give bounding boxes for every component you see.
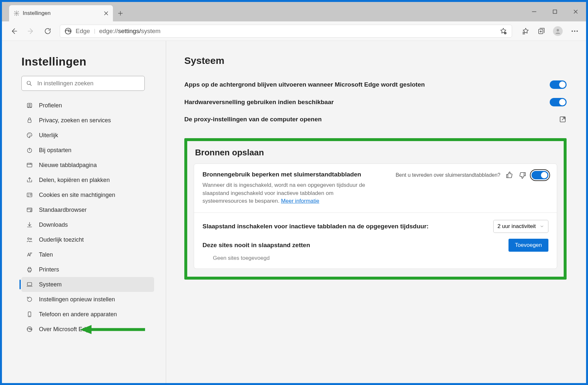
toolbar: Edge | edge://settings/system <box>2 21 586 41</box>
back-button[interactable] <box>9 26 19 36</box>
chevron-down-icon <box>540 224 544 229</box>
save-resources-heading: Bronnen opslaan <box>195 148 557 158</box>
settings-search-input[interactable] <box>37 80 140 87</box>
sidebar-nav: Profielen Privacy, zoeken en services Ui… <box>21 98 154 337</box>
gear-icon <box>14 10 19 16</box>
lock-icon <box>26 117 33 124</box>
more-menu-button[interactable] <box>570 27 579 35</box>
setting-row-background-apps: Apps op de achtergrond blijven uitvoeren… <box>184 76 567 93</box>
sidebar-item-about[interactable]: Over Microsoft Edge <box>21 322 154 337</box>
download-icon <box>26 221 33 228</box>
minimize-button[interactable] <box>524 2 545 21</box>
main-heading: Systeem <box>184 55 567 66</box>
sidebar-heading: Instellingen <box>21 55 154 68</box>
profile-icon <box>26 102 33 109</box>
svg-rect-18 <box>27 193 32 197</box>
svg-point-11 <box>29 104 31 106</box>
laptop-icon <box>26 281 33 288</box>
tab-title: Instellingen <box>23 10 101 17</box>
tab-settings[interactable]: Instellingen <box>9 5 113 21</box>
svg-point-6 <box>571 30 573 32</box>
svg-point-14 <box>29 134 30 134</box>
reading-list-icon[interactable] <box>499 27 507 35</box>
sidebar-item-startup[interactable]: Bij opstarten <box>21 143 154 158</box>
window-controls <box>524 2 586 21</box>
svg-point-8 <box>577 30 578 32</box>
svg-rect-24 <box>27 283 31 285</box>
svg-point-21 <box>28 238 29 239</box>
favorites-icon[interactable] <box>522 27 530 35</box>
thumbs-up-icon[interactable] <box>506 171 513 179</box>
phone-icon <box>26 311 33 318</box>
tab-close-button[interactable] <box>104 11 108 16</box>
sidebar-item-phone[interactable]: Telefoon en andere apparaten <box>21 307 154 322</box>
palette-icon <box>26 132 33 139</box>
collections-icon[interactable] <box>537 27 545 35</box>
toggle-sleeping-tabs[interactable] <box>532 171 548 179</box>
new-tab-icon <box>26 162 33 169</box>
forward-button[interactable] <box>26 26 36 36</box>
power-icon <box>26 147 33 154</box>
svg-point-7 <box>574 30 575 32</box>
sidebar-item-default-browser[interactable]: Standaardbrowser <box>21 202 154 217</box>
learn-more-link[interactable]: Meer informatie <box>281 198 319 204</box>
feedback-prompt: Bent u tevreden over sluimerstandtabblad… <box>396 172 500 178</box>
sidebar-item-reset[interactable]: Instellingen opnieuw instellen <box>21 292 154 307</box>
sleeping-tabs-title: Bronnengebruik beperken met sluimerstand… <box>202 171 378 178</box>
toolbar-actions <box>522 26 579 36</box>
sleeping-tabs-desc: Wanneer dit is ingeschakeld, wordt na ee… <box>202 181 371 205</box>
browser-window: Instellingen Edge | edge <box>2 2 586 383</box>
svg-rect-1 <box>553 10 557 14</box>
family-icon <box>26 236 33 243</box>
url-brand: Edge <box>76 28 90 35</box>
settings-search[interactable] <box>21 76 145 91</box>
sleep-duration-dropdown[interactable]: 2 uur inactiviteit <box>493 220 548 233</box>
sidebar-item-downloads[interactable]: Downloads <box>21 217 154 232</box>
url-text: edge://settings/system <box>99 28 161 35</box>
add-site-button[interactable]: Toevoegen <box>508 239 548 252</box>
content: Instellingen Profielen Privacy, zoeken e… <box>2 41 586 383</box>
setting-row-hw-accel: Hardwareversnelling gebruiken indien bes… <box>184 93 567 111</box>
svg-point-20 <box>31 210 32 212</box>
edge-icon <box>26 326 33 333</box>
never-sleep-label: Deze sites nooit in slaapstand zetten <box>202 242 310 249</box>
sidebar-item-printers[interactable]: Printers <box>21 262 154 277</box>
maximize-button[interactable] <box>545 2 565 21</box>
svg-point-15 <box>31 135 31 135</box>
svg-point-5 <box>557 29 559 31</box>
sidebar-item-profiles[interactable]: Profielen <box>21 98 154 113</box>
annotation-highlight: Bronnen opslaan Bronnengebruik beperken … <box>184 138 567 280</box>
svg-rect-23 <box>28 269 31 271</box>
address-bar[interactable]: Edge | edge://settings/system <box>60 25 512 38</box>
titlebar: Instellingen <box>2 2 586 21</box>
svg-point-0 <box>16 13 18 14</box>
svg-rect-12 <box>28 120 31 122</box>
svg-point-13 <box>28 135 29 135</box>
sidebar-item-languages[interactable]: Talen <box>21 247 154 262</box>
open-external-icon <box>559 115 567 123</box>
reset-icon <box>26 296 33 303</box>
close-button[interactable] <box>565 2 586 21</box>
window-icon <box>26 206 33 213</box>
sidebar-item-family[interactable]: Ouderlijk toezicht <box>21 232 154 247</box>
svg-rect-19 <box>27 208 32 212</box>
sidebar-item-appearance[interactable]: Uiterlijk <box>21 128 154 143</box>
refresh-button[interactable] <box>43 26 53 36</box>
search-icon <box>26 80 32 86</box>
toggle-background-apps[interactable] <box>550 80 567 89</box>
sidebar-item-privacy[interactable]: Privacy, zoeken en services <box>21 113 154 128</box>
profile-avatar[interactable] <box>553 26 563 36</box>
sidebar: Instellingen Profielen Privacy, zoeken e… <box>2 41 166 383</box>
thumbs-down-icon[interactable] <box>519 171 526 179</box>
printer-icon <box>26 266 33 273</box>
sidebar-item-cookies[interactable]: Cookies en site machtigingen <box>21 187 154 202</box>
new-tab-button[interactable] <box>117 5 123 21</box>
svg-rect-17 <box>27 163 32 167</box>
sidebar-item-newtab[interactable]: Nieuwe tabbladpagina <box>21 158 154 173</box>
language-icon <box>26 251 33 258</box>
sidebar-item-share[interactable]: Delen, kopiëren en plakken <box>21 173 154 187</box>
setting-row-proxy[interactable]: De proxy-instellingen van de computer op… <box>184 111 567 128</box>
toggle-hw-accel[interactable] <box>550 98 567 106</box>
sidebar-item-system[interactable]: Systeem <box>21 277 154 292</box>
save-resources-card: Bronnengebruik beperken met sluimerstand… <box>194 163 557 269</box>
